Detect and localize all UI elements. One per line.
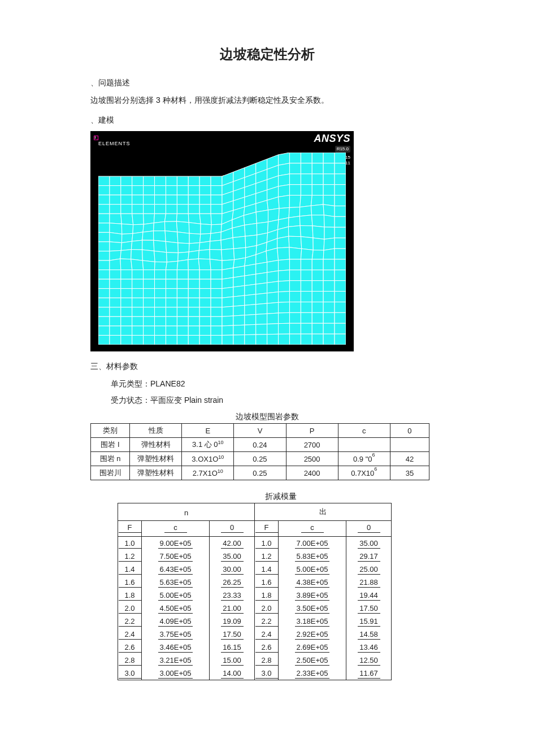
svg-marker-199 bbox=[313, 238, 324, 250]
reduce-cell: 15.00 bbox=[210, 654, 255, 667]
svg-marker-286 bbox=[301, 280, 312, 291]
svg-marker-135 bbox=[335, 206, 346, 216]
svg-marker-262 bbox=[279, 270, 290, 281]
svg-marker-14 bbox=[211, 176, 222, 186]
mat-cell: 3.OX1O10 bbox=[182, 452, 234, 466]
svg-marker-397 bbox=[312, 334, 323, 345]
svg-marker-363 bbox=[177, 325, 188, 335]
reduce-cell: 2.50E+05 bbox=[279, 654, 346, 667]
svg-marker-285 bbox=[289, 280, 301, 291]
reduce-cell: 1.2 bbox=[118, 550, 142, 563]
svg-marker-354 bbox=[323, 312, 335, 323]
svg-marker-219 bbox=[289, 247, 302, 259]
mat-cell: 弹塑性材料 bbox=[130, 452, 182, 466]
svg-marker-197 bbox=[289, 236, 302, 249]
reduce-group-left: n bbox=[118, 503, 255, 521]
svg-marker-73 bbox=[132, 204, 144, 214]
svg-marker-348 bbox=[256, 314, 267, 324]
mat-cell: 0.24 bbox=[234, 438, 286, 452]
svg-marker-260 bbox=[256, 272, 267, 284]
reduce-cell: 23.33 bbox=[210, 589, 255, 602]
svg-marker-64 bbox=[279, 173, 290, 186]
mat-cell: 2700 bbox=[286, 438, 338, 452]
svg-marker-96 bbox=[144, 214, 155, 224]
reduce-cell: 1.4 bbox=[118, 563, 142, 576]
mat-cell: 0.25 bbox=[234, 452, 286, 466]
svg-marker-209 bbox=[177, 259, 188, 270]
ansys-mesh-figure: 1 ELEMENTS ANSYS R15.0 27 2015 21:35:11 … bbox=[90, 131, 354, 351]
svg-marker-332 bbox=[323, 302, 335, 312]
svg-marker-306 bbox=[279, 291, 290, 302]
svg-marker-261 bbox=[267, 271, 279, 283]
svg-marker-226 bbox=[121, 270, 132, 279]
svg-marker-220 bbox=[301, 249, 313, 259]
svg-marker-24 bbox=[323, 153, 335, 163]
reduce-header: 0 bbox=[346, 521, 392, 537]
mat-cell: 0.9 "06 bbox=[338, 452, 390, 466]
svg-marker-110 bbox=[300, 195, 312, 207]
svg-marker-373 bbox=[289, 323, 301, 334]
svg-marker-308 bbox=[301, 291, 312, 302]
mat-cell bbox=[390, 438, 429, 452]
svg-marker-191 bbox=[222, 249, 235, 260]
svg-marker-321 bbox=[199, 307, 211, 316]
svg-marker-252 bbox=[166, 279, 177, 289]
svg-marker-388 bbox=[211, 335, 222, 345]
svg-marker-183 bbox=[131, 249, 143, 260]
svg-marker-44 bbox=[301, 163, 312, 173]
reduce-cell: 19.09 bbox=[210, 615, 255, 628]
svg-marker-272 bbox=[144, 288, 155, 298]
svg-marker-385 bbox=[177, 335, 188, 345]
svg-marker-69 bbox=[335, 173, 346, 184]
svg-marker-94 bbox=[121, 214, 133, 225]
svg-marker-317 bbox=[155, 307, 166, 316]
reduce-cell: 30.00 bbox=[210, 563, 255, 576]
svg-marker-120 bbox=[164, 221, 177, 232]
svg-marker-253 bbox=[177, 279, 188, 289]
svg-marker-58 bbox=[211, 195, 222, 205]
svg-marker-297 bbox=[177, 298, 188, 307]
svg-marker-32 bbox=[166, 185, 177, 195]
svg-marker-294 bbox=[144, 298, 155, 307]
svg-marker-279 bbox=[222, 287, 233, 298]
svg-marker-390 bbox=[233, 334, 245, 344]
svg-marker-21 bbox=[289, 153, 301, 163]
svg-marker-339 bbox=[155, 316, 166, 326]
svg-marker-155 bbox=[312, 215, 325, 227]
svg-marker-70 bbox=[98, 204, 110, 214]
svg-marker-78 bbox=[188, 204, 199, 214]
svg-marker-381 bbox=[132, 335, 144, 345]
svg-marker-90 bbox=[323, 184, 335, 195]
svg-marker-350 bbox=[279, 312, 290, 323]
reduce-cell: 2.2 bbox=[255, 615, 279, 628]
svg-marker-239 bbox=[267, 260, 279, 272]
reduce-cell: 1.0 bbox=[118, 537, 142, 550]
svg-marker-282 bbox=[256, 283, 267, 294]
svg-marker-225 bbox=[110, 270, 121, 279]
reduce-cell: 2.4 bbox=[118, 628, 142, 641]
svg-marker-245 bbox=[335, 259, 346, 270]
mat-cell: 0.7X106 bbox=[338, 466, 390, 480]
reduce-cell: 6.43E+05 bbox=[142, 563, 210, 576]
svg-marker-74 bbox=[144, 204, 155, 214]
reduce-cell: 3.89E+05 bbox=[279, 589, 346, 602]
ansys-elements-label: ELEMENTS bbox=[98, 141, 131, 146]
section-modeling-label: 、建模 bbox=[90, 113, 444, 127]
svg-marker-196 bbox=[277, 236, 289, 248]
svg-marker-278 bbox=[211, 288, 222, 298]
mat-header: 类别 bbox=[91, 424, 130, 438]
svg-marker-203 bbox=[110, 259, 121, 270]
svg-marker-301 bbox=[222, 297, 233, 307]
svg-marker-382 bbox=[144, 335, 155, 345]
svg-marker-27 bbox=[110, 185, 121, 195]
svg-marker-266 bbox=[323, 270, 335, 280]
reduce-cell: 15.91 bbox=[346, 615, 392, 628]
reduce-cell: 1.0 bbox=[255, 537, 279, 550]
ansys-corner-marker bbox=[94, 136, 98, 140]
reduce-cell: 7.50E+05 bbox=[142, 550, 210, 563]
svg-marker-54 bbox=[166, 195, 177, 205]
svg-marker-336 bbox=[121, 316, 132, 326]
svg-marker-355 bbox=[335, 312, 346, 323]
svg-marker-300 bbox=[211, 298, 222, 307]
reduce-cell: 17.50 bbox=[210, 628, 255, 641]
